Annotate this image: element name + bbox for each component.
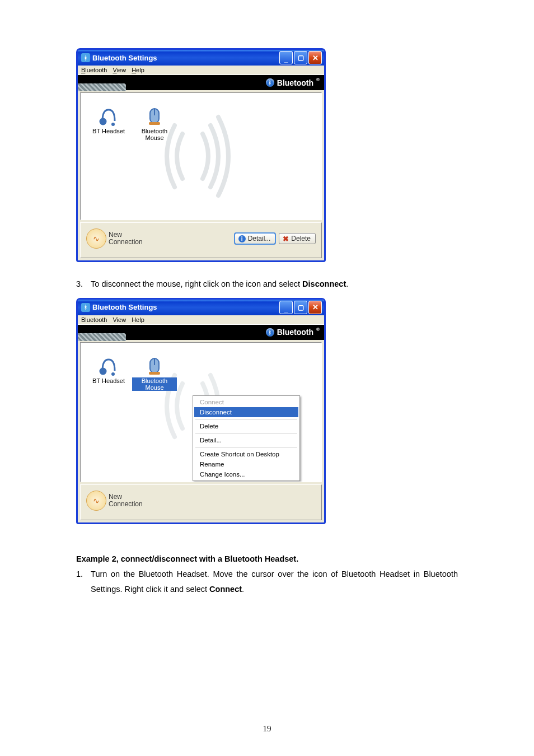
- mouse-icon: [143, 104, 166, 127]
- bluetooth-app-icon: ᚼ: [81, 303, 90, 312]
- headset-icon: [97, 104, 120, 127]
- maximize-button[interactable]: ▢: [294, 51, 307, 64]
- minimize-button[interactable]: _: [279, 51, 293, 64]
- menubar: Bluetooth View Help: [78, 66, 324, 75]
- svg-point-6: [111, 372, 115, 376]
- svg-rect-9: [149, 372, 160, 375]
- brand-text: Bluetooth: [277, 328, 313, 337]
- page-number: 19: [263, 724, 271, 734]
- menu-view[interactable]: View: [113, 67, 127, 73]
- ctx-create-shortcut[interactable]: Create Shortcut on Desktop: [194, 449, 298, 459]
- titlebar[interactable]: ᚼ Bluetooth Settings _ ▢ ✕: [78, 300, 324, 315]
- minimize-button[interactable]: _: [279, 301, 293, 314]
- ctx-detail[interactable]: Detail...: [194, 435, 298, 445]
- window-title: Bluetooth Settings: [92, 303, 157, 311]
- device-bt-headset[interactable]: BT Headset: [86, 104, 131, 134]
- new-connection-button[interactable]: ∿ NewConnection: [86, 491, 143, 511]
- device-label: Bluetooth Mouse: [142, 128, 167, 141]
- menu-help[interactable]: Help: [132, 67, 144, 73]
- device-bt-headset[interactable]: BT Headset: [86, 354, 131, 384]
- mouse-icon: [143, 354, 166, 376]
- menu-bluetooth[interactable]: Bluetooth: [81, 67, 107, 73]
- bluetooth-app-icon: ᚼ: [81, 53, 90, 62]
- bottom-bar: ∿ NewConnection: [80, 484, 322, 520]
- device-label: BT Headset: [92, 377, 125, 384]
- device-label: BT Headset: [92, 128, 125, 134]
- antenna-icon: ∿: [86, 228, 106, 249]
- brand-text: Bluetooth: [277, 78, 313, 87]
- example2-heading: Example 2, connect/disconnect with a Blu…: [76, 554, 458, 563]
- x-icon: ✖: [283, 235, 289, 242]
- device-bluetooth-mouse[interactable]: Bluetooth Mouse: [132, 354, 177, 391]
- brand-strip: ᚼ Bluetooth®: [78, 75, 324, 90]
- menu-help[interactable]: Help: [132, 316, 144, 323]
- example2-step1: 1. Turn on the Bluetooth Headset. Move t…: [76, 567, 458, 598]
- bluetooth-logo-icon: ᚼ: [266, 78, 274, 87]
- step-3-text: 3. To disconnect the mouse, right click …: [76, 278, 458, 291]
- menubar: Bluetooth View Help: [78, 315, 324, 325]
- bluetooth-settings-window-1: ᚼ Bluetooth Settings _ ▢ ✕ Bluetooth Vie…: [76, 48, 326, 262]
- close-button[interactable]: ✕: [308, 51, 322, 64]
- ctx-change-icons[interactable]: Change Icons...: [194, 469, 298, 479]
- device-list-area[interactable]: BT Headset Bluetooth Mouse Connect Disco…: [80, 342, 322, 482]
- detail-button[interactable]: i Detail...: [235, 233, 276, 244]
- menu-bluetooth[interactable]: Bluetooth: [81, 316, 107, 323]
- device-bluetooth-mouse[interactable]: Bluetooth Mouse: [132, 104, 177, 141]
- window-title: Bluetooth Settings: [92, 54, 157, 62]
- close-button[interactable]: ✕: [308, 301, 322, 314]
- device-label: Bluetooth Mouse: [132, 377, 177, 391]
- ctx-delete[interactable]: Delete: [194, 421, 298, 431]
- ctx-disconnect[interactable]: Disconnect: [194, 407, 298, 417]
- bluetooth-settings-window-2: ᚼ Bluetooth Settings _ ▢ ✕ Bluetooth Vie…: [76, 298, 326, 524]
- menu-view[interactable]: View: [113, 316, 126, 323]
- bluetooth-logo-icon: ᚼ: [266, 328, 274, 337]
- maximize-button[interactable]: ▢: [294, 301, 307, 314]
- bottom-bar: ∿ NewConnection i Detail... ✖ Delete: [80, 222, 322, 258]
- titlebar[interactable]: ᚼ Bluetooth Settings _ ▢ ✕: [78, 50, 324, 66]
- device-list-area[interactable]: BT Headset Bluetooth Mouse: [80, 92, 322, 220]
- new-connection-button[interactable]: ∿ NewConnection: [86, 228, 143, 249]
- ctx-connect: Connect: [194, 397, 298, 407]
- antenna-icon: ∿: [86, 491, 106, 511]
- brand-strip: ᚼ Bluetooth®: [78, 325, 324, 340]
- ctx-rename[interactable]: Rename: [194, 459, 298, 469]
- delete-button[interactable]: ✖ Delete: [279, 233, 316, 244]
- svg-point-0: [100, 119, 106, 124]
- svg-rect-4: [149, 122, 160, 125]
- context-menu: Connect Disconnect Delete Detail... Crea…: [193, 395, 300, 481]
- info-icon: i: [238, 235, 246, 242]
- svg-point-5: [100, 368, 106, 374]
- headset-icon: [97, 354, 120, 376]
- svg-point-1: [111, 123, 115, 126]
